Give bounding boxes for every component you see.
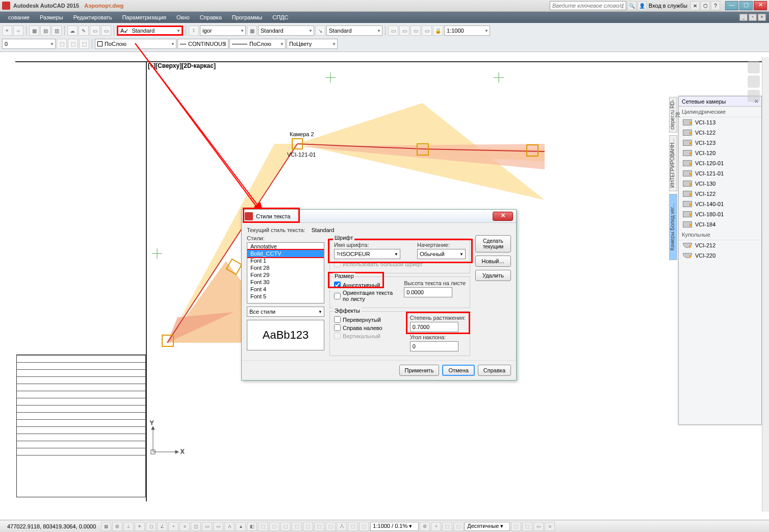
sc-toggle-icon[interactable]: ▭: [213, 522, 223, 531]
palette-tab[interactable]: ИНТЕГРИРОВАНН...: [669, 135, 677, 191]
palette-item[interactable]: VCI-212: [679, 240, 761, 250]
dialog-close-button[interactable]: ✕: [493, 212, 513, 221]
filter-combo[interactable]: Все стили▼: [247, 307, 324, 317]
menu-help[interactable]: Справка: [195, 14, 227, 20]
3d-icon[interactable]: ⬚: [325, 522, 336, 531]
otrack-toggle-icon[interactable]: ∠: [157, 522, 167, 531]
tool-icon[interactable]: ▭: [411, 26, 421, 36]
tool-icon[interactable]: ⬚: [511, 522, 521, 531]
search-input[interactable]: [550, 1, 626, 10]
tpy-toggle-icon[interactable]: ◫: [191, 522, 201, 531]
vis-icon[interactable]: ▲: [236, 522, 246, 531]
layer-tool-icon[interactable]: ⬚: [57, 39, 67, 49]
a360-icon[interactable]: ⬡: [701, 1, 710, 10]
ortho-toggle-icon[interactable]: ⊥: [123, 522, 134, 531]
3d-icon[interactable]: ⬚: [314, 522, 324, 531]
palette-item[interactable]: VCI-123: [679, 138, 761, 148]
menu-param[interactable]: Параметризация: [117, 14, 171, 20]
new-button[interactable]: Новый…: [475, 256, 511, 267]
gear-icon[interactable]: ⚙: [420, 522, 430, 531]
list-item[interactable]: Font 29: [247, 271, 324, 278]
tool-icon[interactable]: +: [431, 522, 441, 531]
palette-item[interactable]: VCI-121-01: [679, 168, 761, 179]
color-combo[interactable]: ПоСлою▼: [95, 39, 176, 49]
dim-icon[interactable]: ⟟: [189, 26, 199, 36]
maximize-button[interactable]: ▢: [739, 1, 753, 10]
3d-icon[interactable]: ⬚: [280, 522, 291, 531]
help-button[interactable]: Справка: [478, 365, 511, 376]
cancel-button[interactable]: Отмена: [442, 365, 474, 376]
tool-icon[interactable]: ▤: [40, 26, 50, 36]
dialog-titlebar[interactable]: Стили текста ✕: [242, 210, 516, 223]
clean-screen-icon[interactable]: ▭: [533, 522, 544, 531]
polar-toggle-icon[interactable]: ✶: [135, 522, 145, 531]
palette-item[interactable]: VCI-120-01: [679, 158, 761, 168]
mdi-close[interactable]: ×: [758, 14, 766, 21]
signin-button[interactable]: 👤: [637, 1, 647, 10]
palette-item[interactable]: VCI-184: [679, 219, 761, 230]
upside-checkbox[interactable]: [334, 316, 341, 323]
list-item[interactable]: Font 5: [247, 293, 324, 300]
text-style-combo[interactable]: A↙ Standard ▼: [117, 26, 183, 36]
snap-toggle-icon[interactable]: ⊞: [112, 522, 122, 531]
tool-icon[interactable]: ▭: [422, 26, 432, 36]
tool-icon[interactable]: ✎: [79, 26, 89, 36]
oblique-input[interactable]: [410, 341, 458, 351]
an-toggle-icon[interactable]: A: [224, 522, 235, 531]
tool-icon[interactable]: ▭: [101, 26, 111, 36]
exchange-icon[interactable]: ✕: [690, 1, 700, 10]
palette-tab[interactable]: cleper.ru RD-78: [669, 97, 677, 133]
anno-scale-combo[interactable]: 1:1000 / 0.1% ▾: [370, 522, 419, 531]
layer-tool-icon[interactable]: ⬚: [79, 39, 89, 49]
list-item[interactable]: Font 1: [247, 257, 324, 264]
lock-icon[interactable]: 🔒: [433, 26, 443, 36]
font-name-combo[interactable]: Tr ISOCPEUR▼: [334, 249, 400, 259]
tool-icon[interactable]: ▥: [52, 26, 62, 36]
delete-button[interactable]: Удалить: [475, 270, 511, 281]
menu-window[interactable]: Окно: [171, 14, 195, 20]
palette-item[interactable]: VCI-120: [679, 148, 761, 158]
set-current-button[interactable]: Сделать текущим: [475, 235, 511, 252]
tool-icon[interactable]: ⎃: [13, 26, 23, 36]
mleader-style-combo[interactable]: Standard▼: [326, 26, 382, 36]
tool-palette[interactable]: Сетевые камеры ✕ Цилиндрические VCI-113V…: [678, 96, 762, 425]
rtl-checkbox[interactable]: [334, 324, 341, 331]
tool-icon[interactable]: ▭: [399, 26, 409, 36]
mdi-max[interactable]: ▫: [749, 14, 757, 21]
list-item[interactable]: Font 28: [247, 264, 324, 271]
tool-icon[interactable]: ⬚: [522, 522, 532, 531]
tool-icon[interactable]: ⌖: [2, 26, 12, 36]
palette-item[interactable]: VCI-122: [679, 128, 761, 138]
palette-item[interactable]: VCI-140-01: [679, 199, 761, 209]
palette-item[interactable]: VCI-130: [679, 179, 761, 189]
minimize-button[interactable]: —: [725, 1, 738, 10]
mleader-icon[interactable]: ↘: [315, 26, 325, 36]
3d-icon[interactable]: ⬚: [348, 522, 358, 531]
search-icon[interactable]: 🔍: [627, 1, 636, 10]
pan-icon[interactable]: [748, 75, 760, 88]
list-item-selected[interactable]: Bolid_CCTV: [247, 250, 324, 257]
menu-spds[interactable]: СПДС: [267, 14, 293, 20]
3d-icon[interactable]: ⬚: [258, 522, 268, 531]
menu-draw[interactable]: сование: [3, 14, 35, 20]
tool-icon[interactable]: ☁: [67, 26, 78, 36]
close-button[interactable]: ✕: [754, 1, 767, 10]
palette-tab-active[interactable]: Камеры Болид ver...: [669, 194, 677, 260]
apply-button[interactable]: Применить: [399, 365, 440, 376]
orient-checkbox[interactable]: [334, 293, 341, 299]
nav-wheel-icon[interactable]: [748, 61, 760, 73]
height-input[interactable]: [404, 287, 452, 297]
annotative-checkbox[interactable]: [334, 282, 341, 288]
grid-toggle-icon[interactable]: ▦: [101, 522, 111, 531]
3d-icon[interactable]: 人: [337, 522, 347, 531]
3d-icon[interactable]: ⬚: [269, 522, 279, 531]
menu-programs[interactable]: Программы: [227, 14, 267, 20]
dim-style-combo[interactable]: igor▼: [200, 26, 246, 36]
3d-icon[interactable]: ⬚: [292, 522, 302, 531]
tool-icon[interactable]: ⬚: [442, 522, 452, 531]
signin-label[interactable]: Вход в службы: [647, 3, 689, 9]
3d-icon[interactable]: ⬚: [303, 522, 313, 531]
scale-combo[interactable]: 1:1000▼: [444, 26, 490, 36]
plotstyle-combo[interactable]: ПоЦвету▼: [287, 39, 338, 49]
osnap-toggle-icon[interactable]: ◻: [146, 522, 156, 531]
